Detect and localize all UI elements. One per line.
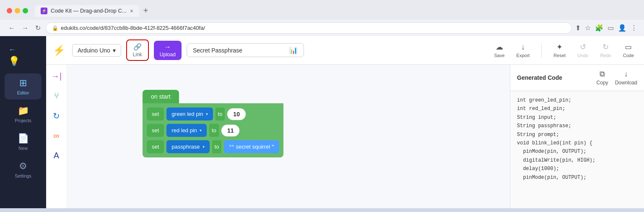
download-button[interactable]: ↓ Download xyxy=(615,70,637,86)
tab-favicon: ⚡ xyxy=(41,8,47,14)
browser-nav: ← → ↻ 🔒 edukits.co/code/d/837ccb8b-8bde-… xyxy=(0,20,644,36)
sidebar-item-editor[interactable]: ⊞ Editor xyxy=(5,73,42,99)
block-row-1: set green led pin ▾ to 10 xyxy=(147,107,279,120)
code-icon: ▭ xyxy=(625,42,632,52)
forward-button[interactable]: → xyxy=(20,23,30,34)
export-button[interactable]: ↓ Export xyxy=(513,41,533,60)
code-content: int green_led_pin; int red_led_pin; Stri… xyxy=(510,91,644,208)
link-button[interactable]: 🔗 Link xyxy=(126,39,149,61)
lock-icon: 🔒 xyxy=(52,25,58,31)
redo-label: Redo xyxy=(600,53,611,58)
num-block-1[interactable]: 10 xyxy=(227,108,246,120)
undo-button[interactable]: ↺ Undo xyxy=(574,41,592,60)
set-block-1[interactable]: set xyxy=(147,107,164,120)
to-block-3: to xyxy=(212,140,222,153)
left-icon-1[interactable]: →| xyxy=(49,70,63,83)
code-panel-title: Generated Code xyxy=(517,74,562,81)
active-tab[interactable]: ⚡ Code Kit — Drag-and-Drop C... × xyxy=(35,5,139,17)
string-value-block[interactable]: ❝❝ secret squirrel ❞ xyxy=(224,140,279,153)
back-arrow-icon: ← xyxy=(8,45,16,54)
toolbar: ⚡ Arduino Uno ▾ 🔗 Link → Upload Secret P… xyxy=(46,36,644,65)
var-green-led[interactable]: green led pin ▾ xyxy=(166,107,213,120)
share-icon[interactable]: ⬆ xyxy=(575,24,581,32)
left-icons-panel: →| ⑂ ↻ ∞ A xyxy=(46,65,67,208)
new-icon: 📄 xyxy=(18,133,29,144)
blocks-container: on start set green led pin ▾ xyxy=(143,90,283,157)
copy-button[interactable]: ⧉ Copy xyxy=(597,70,608,86)
menu-icon[interactable]: ⋮ xyxy=(631,24,637,32)
passphrase-icon: 📊 xyxy=(289,46,298,54)
copy-label: Copy xyxy=(597,80,608,86)
block-row-2: set red led pin ▾ to 11 xyxy=(147,124,279,137)
traffic-light-yellow[interactable] xyxy=(15,8,20,13)
code-line-1: int green_led_pin; xyxy=(517,96,637,105)
upload-button[interactable]: → Upload xyxy=(154,41,182,60)
settings-icon: ⚙ xyxy=(19,161,27,172)
sidebar-item-projects-label: Projects xyxy=(15,118,31,123)
back-button[interactable]: ← xyxy=(7,23,17,34)
url-text: edukits.co/code/d/837ccb8b-8bde-412f-822… xyxy=(61,25,205,31)
var-passphrase[interactable]: passphrase ▾ xyxy=(166,140,209,153)
sidebar-item-new[interactable]: 📄 New xyxy=(5,129,42,155)
var-red-led[interactable]: red led pin ▾ xyxy=(166,124,207,137)
num-block-2[interactable]: 11 xyxy=(221,125,240,136)
sidebar-item-new-label: New xyxy=(18,146,28,151)
left-icon-3[interactable]: ↻ xyxy=(51,109,62,123)
lightbulb-icon: 💡 xyxy=(8,56,20,67)
board-label: Arduino Uno xyxy=(78,47,110,54)
tab-close-button[interactable]: × xyxy=(130,8,133,14)
left-icon-4[interactable]: ∞ xyxy=(52,129,61,142)
tab-bar: ⚡ Code Kit — Drag-and-Drop C... × + xyxy=(35,4,637,17)
address-bar[interactable]: 🔒 edukits.co/code/d/837ccb8b-8bde-412f-8… xyxy=(46,22,572,34)
tab-label: Code Kit — Drag-and-Drop C... xyxy=(51,8,127,14)
canvas-area[interactable]: on start set green led pin ▾ xyxy=(67,65,510,208)
undo-label: Undo xyxy=(577,53,588,58)
var-dropdown-icon-3: ▾ xyxy=(203,144,205,149)
save-button[interactable]: ☁ Save xyxy=(491,41,508,60)
save-icon: ☁ xyxy=(496,42,503,52)
string-value-label: secret squirrel xyxy=(236,144,270,150)
new-tab-button[interactable]: + xyxy=(140,4,152,17)
upload-icon: → xyxy=(164,43,171,51)
traffic-light-red[interactable] xyxy=(7,8,12,13)
code-button[interactable]: ▭ Code xyxy=(620,41,637,60)
sidebar-item-projects[interactable]: 📁 Projects xyxy=(5,101,42,127)
var-dropdown-icon-1: ▾ xyxy=(206,112,208,116)
close-quote-icon: ❞ xyxy=(272,144,274,149)
code-line-10: pinMode(pin, OUTPUT); xyxy=(517,173,637,182)
sidebar-toggle-icon[interactable]: ▭ xyxy=(608,24,614,32)
traffic-light-green[interactable] xyxy=(23,8,28,13)
var-passphrase-label: passphrase xyxy=(171,144,200,150)
download-icon: ↓ xyxy=(624,70,628,79)
reset-label: Reset xyxy=(553,53,566,58)
bookmark-icon[interactable]: ☆ xyxy=(585,24,591,32)
reset-button[interactable]: ✦ Reset xyxy=(550,41,569,60)
extensions-icon[interactable]: 🧩 xyxy=(595,24,603,32)
set-label-2: set xyxy=(152,127,159,133)
main-content: →| ⑂ ↻ ∞ A xyxy=(46,65,644,208)
code-line-6: void blink_led(int pin) { xyxy=(517,139,637,147)
left-icon-5[interactable]: A xyxy=(52,149,61,162)
set-block-2[interactable]: set xyxy=(147,124,164,137)
on-start-block[interactable]: on start xyxy=(143,90,179,103)
refresh-button[interactable]: ↻ xyxy=(34,22,42,34)
passphrase-text: Secret Passphrase xyxy=(193,47,242,54)
board-selector[interactable]: Arduino Uno ▾ xyxy=(72,44,121,57)
var-dropdown-icon-2: ▾ xyxy=(200,128,202,133)
app-container: ← 💡 ⊞ Editor 📁 Projects 📄 New ⚙ Settings… xyxy=(0,36,644,208)
set-block-3[interactable]: set xyxy=(147,140,164,153)
sidebar-back-button[interactable]: ← 💡 xyxy=(5,41,23,70)
redo-button[interactable]: ↻ Redo xyxy=(597,41,614,60)
reset-icon: ✦ xyxy=(556,42,563,52)
undo-icon: ↺ xyxy=(580,42,586,52)
sidebar-item-editor-label: Editor xyxy=(17,90,29,95)
code-panel-actions: ⧉ Copy ↓ Download xyxy=(597,70,637,86)
projects-icon: 📁 xyxy=(18,105,29,116)
code-line-9: delay(1000); xyxy=(517,165,637,173)
sidebar-item-settings[interactable]: ⚙ Settings xyxy=(5,157,42,183)
passphrase-field[interactable]: Secret Passphrase 📊 xyxy=(187,43,304,57)
traffic-lights xyxy=(7,8,28,13)
upload-label: Upload xyxy=(160,52,176,58)
left-icon-2[interactable]: ⑂ xyxy=(52,89,61,102)
profile-icon[interactable]: 👤 xyxy=(618,24,626,32)
